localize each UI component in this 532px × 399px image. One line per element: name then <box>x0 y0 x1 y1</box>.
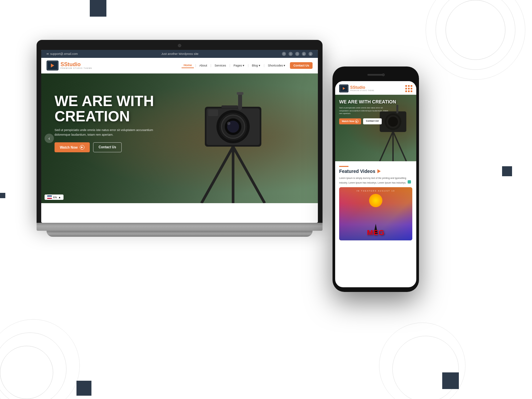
phone-hero-title: WE ARE WITH CREATION <box>339 99 396 104</box>
nav-home[interactable]: Home <box>182 63 194 68</box>
featured-triangle-icon <box>377 169 381 173</box>
logo-text-area: SStudio PREMIUM STUDIO THEME <box>61 62 92 69</box>
main-container: ✉ support@.email.com Just another Wordpr… <box>37 27 419 292</box>
svg-line-2 <box>233 147 265 203</box>
decor-square-mid-right <box>502 166 512 176</box>
decor-circle-tr-3 <box>446 0 505 60</box>
orange-accent-bar <box>339 166 348 167</box>
phone-watch-button[interactable]: Watch Now ▶ <box>339 118 361 124</box>
hero-prev-button[interactable]: ‹ <box>45 134 54 143</box>
laptop-body: ✉ support@.email.com Just another Wordpr… <box>37 40 323 223</box>
watch-now-button[interactable]: Watch Now ▶ <box>55 142 90 152</box>
topbar-social-icons: f t i p y <box>282 52 313 56</box>
phone-hero-buttons: Watch Now ▶ Contact Us! <box>339 118 396 124</box>
phone-hero: WE ARE WITH CREATION Sed ut perspiciatis… <box>335 95 416 161</box>
svg-line-15 <box>380 131 393 161</box>
facebook-icon[interactable]: f <box>282 52 286 56</box>
phone-logo-icon <box>339 84 348 92</box>
svg-line-0 <box>201 147 233 203</box>
nav-shortcodes[interactable]: Shortcodes ▾ <box>266 63 287 68</box>
language-selector[interactable]: EN ▲ <box>45 195 64 200</box>
svg-rect-13 <box>208 109 218 116</box>
play-icon: ▶ <box>80 145 84 150</box>
svg-rect-22 <box>396 105 398 113</box>
phone-logo: SStudio PREMIUM STUDIO THEME <box>339 84 374 92</box>
phone-play-icon: ▶ <box>355 120 358 123</box>
logo-name: SStudio <box>61 62 92 67</box>
instagram-icon[interactable]: i <box>295 52 299 56</box>
laptop-base <box>37 223 323 231</box>
phone-featured-section: Featured Videos Lorem Ipsum is simply du… <box>335 161 416 244</box>
hero-section: ‹ WE ARE WITH CREATION Sed ut perspiciat… <box>41 73 318 203</box>
nav-blog[interactable]: Blog ▾ <box>250 63 263 68</box>
phone-notch <box>361 71 391 78</box>
decor-circle-br-1 <box>379 323 466 399</box>
phone-hero-desc: Sed ut perspiciatis unde omnis iste natu… <box>339 106 389 115</box>
decor-square-bottom-right <box>442 372 459 389</box>
watch-now-label: Watch Now <box>60 146 78 149</box>
flag-icon <box>47 196 52 199</box>
pinterest-icon[interactable]: p <box>302 52 306 56</box>
phone-movie-label: IN THEATERS AUGUST 10 <box>339 190 412 192</box>
phone-device: SStudio PREMIUM STUDIO THEME <box>332 66 419 292</box>
nav-about[interactable]: About <box>197 63 209 68</box>
laptop-device: ✉ support@.email.com Just another Wordpr… <box>37 40 323 237</box>
phone-logo-text: SStudio PREMIUM STUDIO THEME <box>350 85 374 91</box>
decor-circle-bl-2 <box>0 332 66 399</box>
site-navbar: SStudio PREMIUM STUDIO THEME Home | Abou… <box>41 58 318 73</box>
laptop-screen: ✉ support@.email.com Just another Wordpr… <box>41 50 318 223</box>
language-chevron: ▲ <box>58 196 61 199</box>
phone-notch-bar <box>335 71 416 78</box>
phone-camera-dot <box>382 73 385 76</box>
svg-rect-11 <box>238 93 242 110</box>
svg-line-17 <box>393 131 406 161</box>
phone-screen: SStudio PREMIUM STUDIO THEME <box>335 81 416 287</box>
nav-pages[interactable]: Pages ▾ <box>231 63 246 68</box>
nav-contact-btn[interactable]: Contact Us <box>290 62 313 69</box>
phone-header: SStudio PREMIUM STUDIO THEME <box>335 81 416 95</box>
phone-logo-name: SStudio <box>350 85 374 89</box>
nav-links: Home | About | Services | Pages ▾ | Blog… <box>182 62 313 69</box>
laptop-stand <box>47 231 313 237</box>
laptop-camera <box>178 44 181 47</box>
phone-menu-icon[interactable] <box>405 85 412 92</box>
site-logo: SStudio PREMIUM STUDIO THEME <box>47 61 92 70</box>
hero-title: WE ARE WITH CREATION <box>55 93 161 124</box>
phone-body: SStudio PREMIUM STUDIO THEME <box>332 66 419 292</box>
hero-buttons: Watch Now ▶ Contact Us <box>55 142 161 152</box>
laptop-camera-bar <box>41 44 318 50</box>
phone-movie-sun <box>369 194 382 207</box>
decor-circle-br-2 <box>392 336 459 399</box>
phone-speaker <box>367 74 384 76</box>
hero-description: Sed ut perspiciatis unde omnis iste natu… <box>55 128 161 137</box>
phone-movie-title: MEG <box>339 228 412 237</box>
svg-point-10 <box>227 122 230 125</box>
twitter-icon[interactable]: t <box>289 52 293 56</box>
decor-circle-tr-1 <box>426 0 525 80</box>
nav-services[interactable]: Services <box>212 63 228 68</box>
decor-square-top <box>90 0 106 17</box>
phone-contact-button[interactable]: Contact Us! <box>363 118 381 124</box>
language-label: EN <box>53 196 57 199</box>
decor-circle-bl-1 <box>0 319 80 399</box>
contact-us-button[interactable]: Contact Us <box>93 142 122 152</box>
phone-featured-desc: Lorem Ipsum is simply dummy text of the … <box>339 177 412 185</box>
logo-subtitle: PREMIUM STUDIO THEME <box>61 67 92 69</box>
phone-featured-title: Featured Videos <box>339 169 412 174</box>
svg-rect-12 <box>237 92 243 95</box>
topbar-email-section: ✉ support@.email.com <box>47 52 78 56</box>
topbar-email: support@.email.com <box>50 52 78 56</box>
logo-icon <box>47 61 59 70</box>
phone-hero-content: WE ARE WITH CREATION Sed ut perspiciatis… <box>339 99 396 124</box>
youtube-icon[interactable]: y <box>309 52 313 56</box>
phone-movie-card[interactable]: IN THEATERS AUGUST 10 MEG <box>339 187 412 240</box>
phone-notch-area <box>335 71 416 78</box>
email-icon: ✉ <box>47 53 49 56</box>
svg-rect-14 <box>221 105 238 108</box>
camera-illustration <box>175 73 291 203</box>
site-topbar: ✉ support@.email.com Just another Wordpr… <box>41 50 318 58</box>
hero-content: WE ARE WITH CREATION Sed ut perspiciatis… <box>55 93 161 152</box>
phone-logo-subtitle: PREMIUM STUDIO THEME <box>350 89 374 91</box>
decor-square-bottom-left <box>76 381 91 396</box>
topbar-tagline: Just another Wordpress site <box>161 52 199 56</box>
